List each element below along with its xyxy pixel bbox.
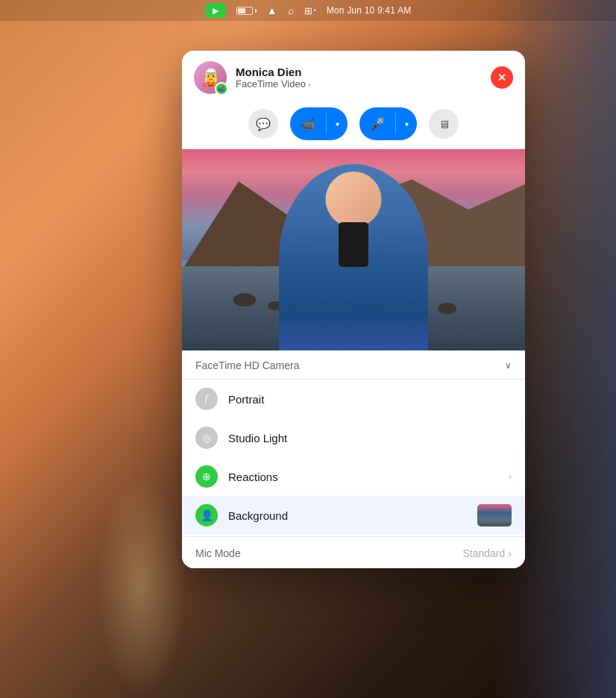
video-button[interactable]: 📹 bbox=[290, 107, 326, 140]
menu-divider bbox=[182, 536, 525, 537]
mic-mode-value-text: Standard bbox=[463, 547, 506, 559]
avatar-badge: 📹 bbox=[215, 82, 228, 95]
battery-indicator bbox=[236, 7, 257, 15]
controls-bar: 💬 📹 ▾ 🎤 ▾ 🖥 bbox=[182, 101, 525, 149]
mic-mode-arrow-icon: › bbox=[508, 547, 512, 559]
background-menu-item[interactable]: 👤 Background bbox=[182, 496, 525, 535]
panel-header: 🧝 📹 Monica Dien FaceTime Video › ✕ bbox=[182, 51, 525, 101]
mic-dropdown-arrow: ▾ bbox=[405, 120, 409, 128]
close-icon: ✕ bbox=[497, 72, 506, 84]
video-area bbox=[182, 149, 525, 350]
call-type[interactable]: FaceTime Video › bbox=[236, 78, 482, 89]
dropdown-menu: FaceTime HD Camera ∨ ƒ Portrait ◎ Studio… bbox=[182, 350, 525, 568]
person-body bbox=[279, 164, 428, 350]
camera-header[interactable]: FaceTime HD Camera ∨ bbox=[182, 350, 525, 380]
studio-light-icon: ◎ bbox=[195, 427, 218, 449]
person-face bbox=[326, 172, 382, 227]
call-type-label: FaceTime Video bbox=[236, 78, 306, 89]
battery-fill bbox=[238, 8, 246, 13]
video-button-group: 📹 ▾ bbox=[290, 107, 348, 140]
rock-3 bbox=[438, 303, 456, 314]
wifi-icon[interactable]: ▲ bbox=[267, 4, 277, 16]
chat-icon: 💬 bbox=[256, 117, 271, 131]
reactions-arrow-icon: › bbox=[509, 471, 512, 482]
mic-icon: 🎤 bbox=[370, 117, 385, 131]
menubar-datetime: Mon Jun 10 9:41 AM bbox=[327, 5, 412, 16]
background-icon: 👤 bbox=[195, 504, 218, 526]
portrait-icon: ƒ bbox=[195, 388, 218, 410]
studio-light-label: Studio Light bbox=[228, 432, 512, 444]
reactions-label: Reactions bbox=[228, 471, 498, 483]
battery-body bbox=[236, 7, 253, 15]
lamp-decoration bbox=[97, 474, 186, 698]
chat-button[interactable]: 💬 bbox=[248, 109, 278, 139]
camera-label: FaceTime HD Camera bbox=[195, 359, 300, 371]
video-icon: 📹 bbox=[301, 117, 315, 131]
spotlight-icon[interactable]: ⌕ bbox=[288, 4, 294, 16]
menubar: ▶ ▲ ⌕ ⊞ • Mon Jun 10 9:41 AM bbox=[0, 0, 616, 21]
background-label: Background bbox=[228, 509, 467, 522]
close-button[interactable]: ✕ bbox=[491, 66, 513, 89]
control-center-icon[interactable]: ⊞ • bbox=[304, 5, 316, 16]
thumbnail-preview bbox=[477, 504, 512, 526]
screen-share-button[interactable]: 🖥 bbox=[429, 109, 459, 139]
facetime-panel: 🧝 📹 Monica Dien FaceTime Video › ✕ 💬 📹 bbox=[182, 51, 525, 568]
contact-name: Monica Dien bbox=[236, 66, 482, 78]
call-type-chevron: › bbox=[308, 80, 311, 89]
reactions-icon: ⊕ bbox=[195, 465, 218, 488]
mic-button-group: 🎤 ▾ bbox=[359, 107, 417, 140]
facetime-menubar-icon[interactable]: ▶ bbox=[205, 3, 226, 18]
facetime-icon-symbol: ▶ bbox=[213, 6, 219, 16]
screen-share-icon: 🖥 bbox=[439, 118, 450, 131]
mic-dropdown-button[interactable]: ▾ bbox=[396, 107, 417, 140]
portrait-label: Portrait bbox=[228, 393, 512, 406]
avatar-container: 🧝 📹 bbox=[194, 61, 227, 94]
header-info: Monica Dien FaceTime Video › bbox=[236, 66, 482, 89]
camera-chevron-icon: ∨ bbox=[505, 360, 512, 371]
studio-light-menu-item[interactable]: ◎ Studio Light bbox=[182, 418, 525, 457]
mic-mode-value: Standard › bbox=[463, 547, 512, 559]
mic-button[interactable]: 🎤 bbox=[359, 107, 395, 140]
video-dropdown-button[interactable]: ▾ bbox=[327, 107, 348, 140]
battery-tip bbox=[255, 9, 257, 13]
mic-mode-row[interactable]: Mic Mode Standard › bbox=[182, 538, 525, 568]
portrait-menu-item[interactable]: ƒ Portrait bbox=[182, 380, 525, 418]
person-scarf bbox=[339, 222, 368, 267]
rock-1 bbox=[233, 293, 256, 306]
reactions-menu-item[interactable]: ⊕ Reactions › bbox=[182, 457, 525, 496]
menubar-items: ▶ ▲ ⌕ ⊞ • Mon Jun 10 9:41 AM bbox=[205, 3, 412, 18]
video-dropdown-arrow: ▾ bbox=[336, 120, 339, 128]
background-thumbnail bbox=[477, 504, 512, 526]
mic-mode-label: Mic Mode bbox=[195, 547, 241, 559]
